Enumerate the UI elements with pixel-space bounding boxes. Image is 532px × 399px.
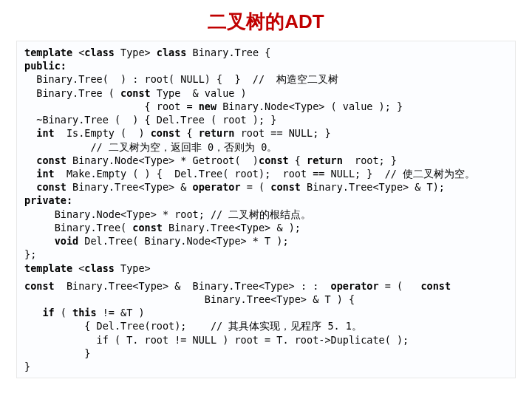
- code-text: Binary.Tree {: [186, 47, 270, 58]
- code-text: [24, 307, 42, 318]
- code-text: ~Binary.Tree ( ) { Del.Tree ( root ); }: [24, 114, 276, 126]
- kw-const: const: [151, 127, 181, 139]
- kw-class: class: [157, 47, 187, 58]
- kw-return: return: [199, 127, 235, 139]
- code-text: Make.Empty ( ) { Del.Tree( root); root =…: [55, 168, 475, 180]
- code-text: { root =: [24, 100, 199, 112]
- kw-int: int: [36, 168, 54, 180]
- code-text: != &T ): [97, 307, 145, 318]
- kw-operator: operator: [331, 280, 379, 292]
- code-text: Binary.Tree (: [24, 87, 120, 99]
- code-text: Type & value ): [151, 87, 247, 99]
- kw-const: const: [36, 154, 66, 166]
- code-text: Del.Tree( Binary.Node<Type> * T );: [78, 235, 288, 247]
- code-text: {: [180, 127, 198, 139]
- page-title: 二叉树的ADT: [0, 0, 532, 41]
- code-block: template <class Type> class Binary.Tree …: [16, 41, 516, 378]
- code-text: }: [24, 347, 90, 359]
- code-text: = (: [379, 280, 421, 292]
- kw-class: class: [84, 262, 115, 274]
- code-text: Binary.Node<Type> * Getroot( ): [66, 154, 259, 166]
- kw-const: const: [36, 181, 66, 193]
- code-text: Binary.Node<Type> * root; // 二叉树的根结点。: [24, 208, 311, 220]
- code-text: Type>: [115, 47, 157, 58]
- kw-const: const: [270, 181, 301, 193]
- kw-new: new: [199, 100, 216, 112]
- code-text: [24, 235, 55, 247]
- code-text: [24, 181, 36, 193]
- kw-const: const: [420, 280, 451, 292]
- kw-public: public:: [24, 60, 66, 72]
- kw-return: return: [307, 154, 343, 166]
- code-text: { Del.Tree(root); // 其具体实现，见程序 5. 1。: [24, 320, 362, 332]
- kw-private: private:: [24, 194, 72, 206]
- code-text: root == NULL; }: [235, 127, 331, 139]
- code-text: Binary.Tree<Type> & Binary.Tree<Type> : …: [55, 280, 331, 292]
- code-text: <: [72, 262, 84, 274]
- code-text: = (: [241, 181, 271, 193]
- code-text: <: [72, 47, 84, 58]
- code-text: // 二叉树为空，返回非 0，否则为 0。: [24, 141, 277, 153]
- kw-if: if: [42, 307, 54, 318]
- code-text: [24, 168, 36, 180]
- kw-class: class: [84, 47, 115, 58]
- code-text: Binary.Tree<Type> & T ) {: [24, 293, 355, 305]
- code-text: Type>: [115, 262, 151, 274]
- code-text: Binary.Node<Type> ( value ); }: [216, 100, 403, 112]
- code-text: root; }: [343, 154, 397, 166]
- code-text: Binary.Tree<Type> &: [66, 181, 193, 193]
- code-text: Binary.Tree(: [24, 222, 132, 233]
- kw-void: void: [55, 235, 79, 247]
- kw-operator: operator: [193, 181, 241, 193]
- code-text: if ( T. root != NULL ) root = T. root->D…: [24, 334, 409, 346]
- code-text: }: [24, 361, 30, 372]
- code-text: Binary.Tree<Type> & T);: [301, 181, 445, 193]
- kw-template: template: [24, 262, 72, 274]
- code-text: Is.Empty ( ): [55, 127, 151, 139]
- code-text: [24, 154, 36, 166]
- kw-const: const: [132, 222, 163, 233]
- kw-this: this: [72, 307, 97, 318]
- kw-const: const: [259, 154, 289, 166]
- code-text: Binary.Tree( ) : root( NULL) { } // 构造空二…: [24, 73, 338, 85]
- kw-const: const: [120, 87, 151, 99]
- code-text: {: [289, 154, 307, 166]
- code-text: (: [55, 307, 72, 318]
- kw-const: const: [24, 280, 55, 292]
- code-text: };: [24, 248, 36, 260]
- code-text: Binary.Tree<Type> & );: [163, 222, 301, 233]
- code-text: [24, 127, 36, 139]
- kw-template: template: [24, 47, 72, 58]
- kw-int: int: [36, 127, 54, 139]
